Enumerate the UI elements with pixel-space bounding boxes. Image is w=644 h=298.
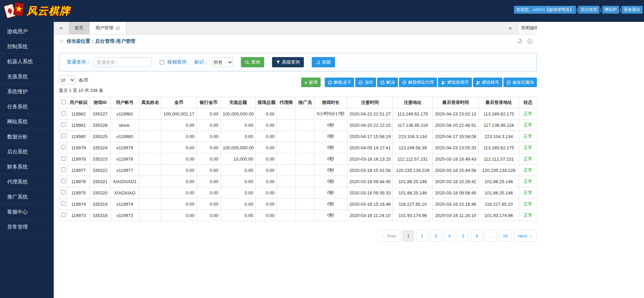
cell: 正常 (519, 120, 537, 131)
cell: 0.00 (161, 187, 197, 199)
row-checkbox-cell (59, 131, 67, 142)
cell (296, 210, 314, 221)
row-checkbox[interactable] (61, 145, 66, 149)
action-button-4[interactable]: 赠送游戏币 (438, 78, 472, 87)
tab-user-management[interactable]: 用户管理 (90, 22, 126, 34)
add-button[interactable]: + 新增 (301, 78, 321, 87)
cell: 113.249.62.175 (479, 142, 519, 153)
sidebar-item-5[interactable]: 任务系统 (0, 99, 54, 114)
row-checkbox[interactable] (61, 201, 66, 206)
close-operations-button[interactable]: 关闭操作 (518, 22, 537, 34)
action-button-1[interactable]: 冻结 (355, 78, 376, 87)
cell: 101.86.25.146 (479, 176, 519, 187)
cell: 119982 (67, 108, 90, 120)
cell: 2020-03-18 15:44:58 (433, 165, 479, 176)
cell: 0.00 (197, 153, 221, 165)
refresh-button[interactable]: 刷新 (312, 57, 335, 67)
sidebar-item-8[interactable]: 后台系统 (0, 144, 54, 159)
next-page-button[interactable]: Next → (514, 230, 537, 242)
cell: 0.00 (256, 210, 277, 221)
column-header-15: 状态 (519, 97, 537, 108)
table-toolbar: 10 条/页 显示 1 至 10 共 238 条 + 新增 解散桌子冻结解冻解除… (59, 76, 537, 95)
tabs-scroll-right-icon[interactable]: » (503, 22, 518, 34)
sidebar-item-3[interactable]: 充值系统 (0, 69, 54, 84)
page-button-6[interactable]: 6 (471, 230, 482, 242)
action-button-2[interactable]: 解冻 (377, 78, 398, 87)
fuzzy-query-checkbox[interactable] (160, 60, 164, 65)
content-area: ☞ 你当前位置：后台管理-用户管理 普通查询： 模糊查询 标识： 所有 (54, 35, 537, 242)
row-checkbox[interactable] (61, 156, 66, 161)
fuzzy-query-label: 模糊查询 (167, 59, 186, 65)
column-header-11: 注册时间 (347, 97, 393, 108)
cell: 119978 (67, 153, 90, 165)
row-checkbox[interactable] (61, 122, 66, 127)
cell (296, 131, 314, 142)
sidebar-item-10[interactable]: 代理系统 (0, 174, 54, 189)
collapse-panel-icon[interactable] (527, 39, 533, 44)
tab-home[interactable]: 首页 (69, 22, 90, 34)
sidebar-item-11[interactable]: 推广系统 (0, 189, 54, 204)
header-link-0[interactable]: 后台首页 (578, 6, 600, 14)
action-button-5[interactable]: 赠送靓号 (473, 78, 502, 87)
cell: 2020-04-23 23:02:13 (433, 108, 479, 120)
cell: 2020-03-16 11:24:10 (433, 210, 479, 221)
column-header-7: 提现总额 (256, 97, 277, 108)
cell (139, 142, 161, 153)
row-checkbox[interactable] (61, 190, 66, 194)
cell: 2020-04-17 15:58:08 (433, 131, 479, 142)
cell (139, 210, 161, 221)
row-checkbox-cell (59, 108, 67, 120)
cell: 正常 (519, 176, 537, 187)
cell: 0.00 (197, 199, 221, 210)
page-button-1[interactable]: 1 (402, 230, 414, 242)
row-checkbox[interactable] (61, 213, 66, 217)
refresh-icon[interactable] (517, 39, 522, 44)
cell: 2020-03-18 15:41:58 (347, 165, 393, 176)
sidebar-item-6[interactable]: 网站系统 (0, 114, 54, 129)
page-button-4[interactable]: 4 (443, 230, 455, 242)
sidebar-item-1[interactable]: 控制系统 (0, 39, 54, 54)
sidebar-item-13[interactable]: 异常管理 (0, 219, 54, 234)
action-button-6[interactable]: 修改归属地 (503, 78, 537, 87)
page-button-5[interactable]: 5 (457, 230, 469, 242)
sidebar-item-7[interactable]: 数据分析 (0, 129, 54, 144)
page-size-select[interactable]: 10 (59, 76, 75, 84)
row-checkbox[interactable] (61, 167, 66, 172)
cell: 112.112.57.231 (393, 153, 433, 165)
page-button-2[interactable]: 2 (416, 230, 428, 242)
cell: 正常 (519, 199, 537, 210)
page-button-24[interactable]: 24 (499, 230, 512, 242)
action-button-3[interactable]: 解除绑定代理 (399, 78, 437, 87)
query-button[interactable]: 查询 (241, 57, 264, 67)
action-button-0[interactable]: 解散桌子 (325, 78, 354, 87)
row-checkbox[interactable] (61, 111, 66, 116)
row-checkbox[interactable] (61, 134, 66, 138)
cell (139, 165, 161, 176)
header-link-1[interactable]: 绑定IP (602, 6, 619, 14)
table-header-row: 用户标识游戏ID用户帐号真实姓名金币银行金币充值总额提现总额代理商推广员游戏时长… (59, 97, 537, 108)
flag-label: 标识： (194, 59, 209, 65)
cell: 2020-03-18 16:49:43 (433, 153, 479, 165)
tab-close-icon[interactable] (116, 26, 120, 30)
column-header-12: 注册地址 (393, 97, 433, 108)
cell: 0.00 (161, 131, 197, 142)
sidebar-item-0[interactable]: 游戏用户 (0, 24, 54, 39)
flag-select[interactable]: 所有 (212, 57, 233, 67)
advanced-query-button[interactable]: 高级查询 (272, 57, 304, 67)
select-all-checkbox[interactable] (61, 100, 66, 104)
page-button-3[interactable]: 3 (430, 230, 441, 242)
sidebar-item-2[interactable]: 机器人系统 (0, 54, 54, 69)
tabs-scroll-left-icon[interactable]: « (54, 22, 69, 34)
row-checkbox[interactable] (61, 179, 66, 183)
sidebar-item-9[interactable]: 财务系统 (0, 159, 54, 174)
cell: 335318 (90, 210, 111, 221)
sidebar-item-12[interactable]: 客服中心 (0, 204, 54, 219)
cell (296, 153, 314, 165)
header-link-2[interactable]: 安全退出 (621, 6, 643, 14)
cell: 0.00 (197, 187, 221, 199)
search-input[interactable] (94, 57, 152, 67)
sidebar-item-4[interactable]: 系统维护 (0, 84, 54, 99)
cell: 0.00 (256, 165, 277, 176)
prev-page-button[interactable]: ← Prev (377, 230, 400, 242)
cell (296, 120, 314, 131)
